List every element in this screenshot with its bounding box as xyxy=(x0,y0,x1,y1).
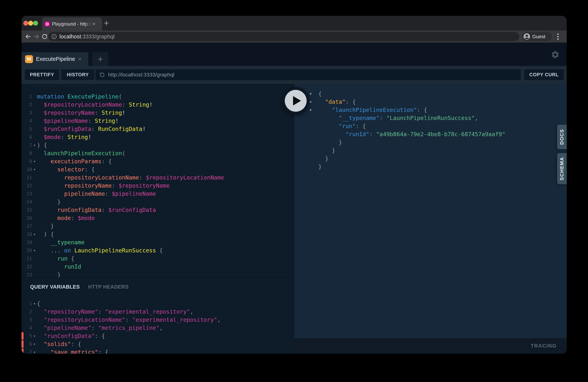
code-text: mutation ExecutePipeline( xyxy=(37,92,122,101)
fold-arrow-icon[interactable]: ▾ xyxy=(32,249,37,253)
docs-label: DOCS xyxy=(559,129,565,145)
code-text: "repositoryName": "experimental_reposito… xyxy=(37,308,193,316)
session-tab-executepipeline[interactable]: M ExecutePipeline × xyxy=(21,52,88,66)
query-editor-pane[interactable]: 1mutation ExecutePipeline(2 $repositoryL… xyxy=(21,84,294,354)
fold-arrow-icon[interactable]: ▾ xyxy=(32,233,37,236)
line-number: 19 xyxy=(21,240,32,245)
tab-http-headers[interactable]: HTTP HEADERS xyxy=(88,284,129,290)
browser-tab[interactable]: Playground - http://localhost:3 × xyxy=(42,17,102,30)
collapse-triangle-icon[interactable]: ▾ xyxy=(309,108,318,112)
line-number: 22 xyxy=(21,264,32,269)
code-line: 7▾ "save_metrics": { xyxy=(21,348,294,354)
tab-query-variables[interactable]: QUERY VARIABLES xyxy=(30,284,80,290)
tracing-toggle[interactable]: TRACING xyxy=(294,338,567,354)
code-line: } xyxy=(309,146,567,154)
zoom-window-button[interactable] xyxy=(33,21,38,26)
docs-side-tab[interactable]: DOCS xyxy=(557,125,567,149)
avatar xyxy=(523,33,530,40)
code-line: 20▾ ... on LaunchPipelineRunSuccess { xyxy=(21,246,294,255)
minimize-window-button[interactable] xyxy=(28,21,33,26)
site-info-icon[interactable] xyxy=(51,34,57,39)
code-line: 3 "repositoryLocationName": "experimenta… xyxy=(21,316,294,324)
code-line: 18▾ ) { xyxy=(21,230,294,238)
line-number: 16 xyxy=(21,215,32,221)
close-window-button[interactable] xyxy=(23,21,28,26)
forward-icon[interactable] xyxy=(32,32,41,41)
collapse-triangle-icon[interactable]: ▾ xyxy=(309,91,318,96)
code-text: "runId": "a49b864a-79e2-4be8-b78c-687457… xyxy=(318,130,505,138)
fold-arrow-icon[interactable]: ▾ xyxy=(32,350,37,354)
line-number: 3 xyxy=(21,317,32,322)
back-icon[interactable] xyxy=(24,32,32,41)
line-number: 7 xyxy=(21,143,32,148)
code-line: ▾ "data": { xyxy=(309,98,567,106)
code-line: 4 "pipelineName": "metrics_pipeline", xyxy=(21,324,294,332)
error-marker xyxy=(21,332,23,340)
browser-menu-icon[interactable] xyxy=(554,33,561,41)
code-text: } xyxy=(318,154,329,163)
fold-arrow-icon[interactable]: ▾ xyxy=(32,160,37,163)
fold-arrow-icon[interactable]: ▾ xyxy=(32,143,37,147)
code-text: "pipelineName": "metrics_pipeline", xyxy=(37,324,163,332)
code-line: "run": { xyxy=(309,122,567,130)
code-line: 6 $mode: String! xyxy=(21,133,294,141)
code-line: 5 $runConfigData: RunConfigData! xyxy=(21,125,294,133)
profile-button[interactable]: Guest xyxy=(522,31,553,42)
code-line: 22 runId xyxy=(21,263,294,271)
code-text: "__typename": "LaunchPipelineRunSuccess"… xyxy=(318,114,478,122)
line-number: 4 xyxy=(21,118,32,124)
browser-tab-close-icon[interactable]: × xyxy=(92,21,96,27)
code-text: launchPipelineExecution( xyxy=(37,149,126,157)
profile-label: Guest xyxy=(532,34,545,40)
browser-toolbar: localhost:3333/graphql Guest xyxy=(21,30,567,42)
code-text: $runConfigData: RunConfigData! xyxy=(37,125,146,133)
play-icon xyxy=(285,90,307,112)
url-bar[interactable]: localhost:3333/graphql xyxy=(48,32,519,41)
endpoint-field[interactable] xyxy=(96,69,521,80)
collapse-triangle-icon[interactable]: ▾ xyxy=(309,100,318,104)
new-session-tab-button[interactable]: + xyxy=(92,52,108,66)
code-text: run { xyxy=(37,255,74,263)
code-text: "solids": { xyxy=(37,340,81,348)
code-line: 16 mode: $mode xyxy=(21,214,294,222)
response-viewer: ▾{▾ "data": {▾ "launchPipelineExecution"… xyxy=(294,84,567,171)
code-text: mode: $mode xyxy=(37,214,95,222)
history-button[interactable]: HISTORY xyxy=(62,69,94,80)
code-line: 21 run { xyxy=(21,255,294,263)
line-number: 15 xyxy=(21,207,32,213)
fold-arrow-icon[interactable]: ▾ xyxy=(32,302,37,305)
line-number: 21 xyxy=(21,256,32,261)
line-number: 2 xyxy=(21,309,32,314)
code-text: } xyxy=(37,271,61,277)
code-text: "runConfigData": { xyxy=(37,332,105,340)
code-line: 10▾ selector: { xyxy=(21,165,294,173)
error-marker xyxy=(21,340,23,348)
code-text: ) { xyxy=(37,141,47,149)
line-number: 11 xyxy=(21,175,32,180)
playground-toolbar: PRETTIFY HISTORY COPY CURL xyxy=(21,66,567,84)
browser-tab-title: Playground - http://localhost:3 xyxy=(52,21,92,27)
execute-query-button[interactable] xyxy=(282,87,310,114)
browser-new-tab-button[interactable]: + xyxy=(101,18,111,28)
line-number: 9 xyxy=(21,159,32,164)
endpoint-input[interactable] xyxy=(108,72,504,78)
code-text: "data": { xyxy=(318,98,356,106)
fold-arrow-icon[interactable]: ▾ xyxy=(32,342,37,346)
prettify-button[interactable]: PRETTIFY xyxy=(25,69,59,80)
query-editor[interactable]: 1mutation ExecutePipeline(2 $repositoryL… xyxy=(21,84,294,277)
line-number: 12 xyxy=(21,183,32,188)
variables-editor[interactable]: 1▾{2 "repositoryName": "experimental_rep… xyxy=(21,299,294,354)
code-line: 15 runConfigData: $runConfigData xyxy=(21,206,294,214)
reload-icon[interactable] xyxy=(40,32,49,41)
settings-gear-icon[interactable] xyxy=(551,50,560,59)
tracing-label: TRACING xyxy=(531,343,557,349)
fold-arrow-icon[interactable]: ▾ xyxy=(32,168,37,171)
line-number: 14 xyxy=(21,199,32,205)
code-line: } xyxy=(309,154,567,163)
session-tab-close-icon[interactable]: × xyxy=(78,56,82,63)
browser-window: Playground - http://localhost:3 × + xyxy=(21,16,567,354)
line-number: 17 xyxy=(21,224,32,229)
copy-curl-button[interactable]: COPY CURL xyxy=(524,69,564,80)
fold-arrow-icon[interactable]: ▾ xyxy=(32,334,37,338)
schema-side-tab[interactable]: SCHEMA xyxy=(557,153,567,184)
